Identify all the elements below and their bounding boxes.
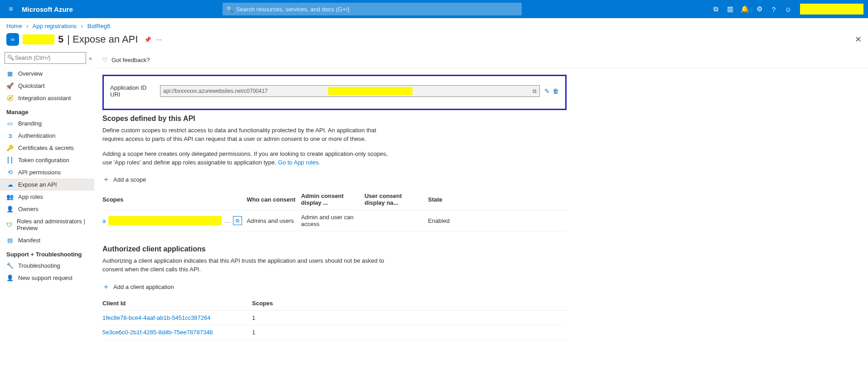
api-perm-icon: ⟲ xyxy=(6,169,14,176)
sidebar-item-new-support[interactable]: 👤New support request xyxy=(0,272,94,284)
add-scope-button[interactable]: ＋ Add a scope xyxy=(102,175,567,184)
resource-menu: 🔍 « ▦Overview 🚀Quickstart 🧭Integration a… xyxy=(0,52,94,358)
scopes-desc-2: Adding a scope here creates only delegat… xyxy=(102,150,397,167)
more-icon[interactable]: ⋯ xyxy=(156,36,162,43)
sidebar-item-api-permissions[interactable]: ⟲API permissions xyxy=(0,166,94,178)
breadcrumb-home[interactable]: Home xyxy=(6,23,22,29)
sidebar-item-owners[interactable]: 👤Owners xyxy=(0,203,94,215)
directory-filter-icon[interactable]: ▥ xyxy=(723,0,737,18)
main-content: ♡ Got feedback? Application ID URI api:/… xyxy=(94,52,868,358)
roles-icon: 👥 xyxy=(6,193,14,200)
sidebar-item-quickstart[interactable]: 🚀Quickstart xyxy=(0,80,94,92)
breadcrumb-current[interactable]: BotReg6 xyxy=(87,23,111,29)
sidebar-group-manage: Manage xyxy=(0,104,94,117)
branding-icon: ▭ xyxy=(6,120,14,127)
client-row[interactable]: 5e3ce6c0-2b1f-4285-8d4b-75ee78787346 1 xyxy=(102,325,567,340)
feedback-link[interactable]: Got feedback? xyxy=(112,57,150,63)
header-utilities: ⧉ ▥ 🔔 ⚙ ? ☺ xyxy=(708,0,868,18)
add-client-app-button[interactable]: ＋ Add a client application xyxy=(102,282,567,292)
owners-icon: 👤 xyxy=(6,206,14,212)
delete-icon[interactable]: 🗑 xyxy=(553,87,559,95)
app-id-uri-section: Application ID URI api://bxxxxxxx.azurew… xyxy=(102,75,567,110)
wand-icon: 🧭 xyxy=(6,95,14,101)
clients-heading: Authorized client applications xyxy=(102,245,567,253)
sidebar-item-overview[interactable]: ▦Overview xyxy=(0,67,94,80)
auth-icon: ➲ xyxy=(6,132,14,139)
help-icon[interactable]: ? xyxy=(766,0,781,18)
sidebar-item-certificates[interactable]: 🔑Certificates & secrets xyxy=(0,142,94,154)
sidebar-item-authentication[interactable]: ➲Authentication xyxy=(0,130,94,142)
manifest-icon: ▤ xyxy=(6,237,14,244)
sidebar-item-integration[interactable]: 🧭Integration assistant xyxy=(0,92,94,104)
app-icon: ∞ xyxy=(6,33,19,46)
app-id-uri-value: api://bxxxxxxx.azurewebsites.net/c070041… xyxy=(160,85,540,97)
sidebar-item-manifest[interactable]: ▤Manifest xyxy=(0,234,94,246)
client-row[interactable]: 1fec8e78-bce4-4aaf-ab1b-5451cc387264 1 xyxy=(102,311,567,325)
col-client-id: Client Id xyxy=(102,296,252,311)
go-to-app-roles-link[interactable]: Go to App roles. xyxy=(278,159,320,166)
col-user: User consent display na... xyxy=(364,189,428,210)
sidebar-item-troubleshooting[interactable]: 🔧Troubleshooting xyxy=(0,260,94,272)
col-scopes: Scopes xyxy=(102,189,247,210)
uri-redacted xyxy=(328,87,412,95)
plus-icon: ＋ xyxy=(102,175,110,184)
settings-icon[interactable]: ⚙ xyxy=(752,0,766,18)
global-search-input[interactable] xyxy=(236,6,518,13)
close-icon[interactable]: ✕ xyxy=(855,34,862,44)
menu-search-input[interactable] xyxy=(5,52,86,64)
command-bar: ♡ Got feedback? xyxy=(94,52,868,68)
sidebar-item-roles-admins[interactable]: 🛡Roles and administrators | Preview xyxy=(0,215,94,234)
client-id-link[interactable]: 1fec8e78-bce4-4aaf-ab1b-5451cc387264 xyxy=(102,314,211,321)
global-search[interactable]: 🔍 xyxy=(223,3,522,15)
chevron-right-icon: › xyxy=(81,23,83,29)
expose-icon: ☁ xyxy=(6,181,14,188)
plus-icon: ＋ xyxy=(102,282,110,292)
col-who: Who can consent xyxy=(247,189,301,210)
page-header: ∞ 5 | Expose an API 📌 ⋯ ✕ xyxy=(0,29,868,52)
scopes-heading: Scopes defined by this API xyxy=(102,115,567,123)
edit-icon[interactable]: ✎ xyxy=(544,87,550,95)
chevron-right-icon: › xyxy=(26,23,28,29)
global-header: ≡ Microsoft Azure 🔍 ⧉ ▥ 🔔 ⚙ ? ☺ xyxy=(0,0,868,18)
title-redacted xyxy=(23,34,54,44)
brand-label: Microsoft Azure xyxy=(22,5,87,13)
overview-icon: ▦ xyxy=(6,70,14,77)
support-icon: 👤 xyxy=(6,274,14,281)
client-id-link[interactable]: 5e3ce6c0-2b1f-4285-8d4b-75ee78787346 xyxy=(102,329,213,336)
collapse-menu-icon[interactable]: « xyxy=(89,55,92,62)
breadcrumb: Home › App registrations › BotReg6 xyxy=(0,18,868,29)
key-icon: 🔑 xyxy=(6,144,14,151)
scope-row[interactable]: a… ⧉ Admins and users Admin and user can… xyxy=(102,210,567,231)
sidebar-item-expose-api[interactable]: ☁Expose an API xyxy=(0,178,94,191)
admin-icon: 🛡 xyxy=(6,222,12,228)
search-icon: 🔍 xyxy=(7,54,14,61)
notifications-icon[interactable]: 🔔 xyxy=(737,0,752,18)
copy-icon[interactable]: ⧉ xyxy=(533,88,537,94)
scopes-table: Scopes Who can consent Admin consent dis… xyxy=(102,189,567,231)
copy-icon[interactable]: ⧉ xyxy=(233,216,242,225)
scope-link[interactable]: a xyxy=(102,217,106,224)
token-icon: ┇┇ xyxy=(6,157,14,164)
heart-icon[interactable]: ♡ xyxy=(102,57,108,63)
breadcrumb-appreg[interactable]: App registrations xyxy=(33,23,77,29)
sidebar-item-token-config[interactable]: ┇┇Token configuration xyxy=(0,154,94,166)
search-icon: 🔍 xyxy=(226,6,233,13)
col-admin: Admin consent display ... xyxy=(301,189,364,210)
sidebar-item-app-roles[interactable]: 👥App roles xyxy=(0,191,94,203)
pin-icon[interactable]: 📌 xyxy=(144,36,151,43)
sidebar-item-branding[interactable]: ▭Branding xyxy=(0,117,94,130)
clients-desc: Authorizing a client application indicat… xyxy=(102,257,397,274)
scopes-desc-1: Define custom scopes to restrict access … xyxy=(102,126,397,144)
app-id-uri-label: Application ID URI xyxy=(110,84,155,98)
scope-redacted xyxy=(108,216,222,225)
rocket-icon: 🚀 xyxy=(6,82,14,89)
feedback-smiley-icon[interactable]: ☺ xyxy=(781,0,795,18)
account-redacted[interactable] xyxy=(800,4,863,14)
page-title: 5 | Expose an API xyxy=(23,34,138,45)
cloud-shell-icon[interactable]: ⧉ xyxy=(708,0,723,18)
wrench-icon: 🔧 xyxy=(6,262,14,269)
nav-toggle-icon[interactable]: ≡ xyxy=(0,5,22,13)
col-client-scopes: Scopes xyxy=(252,296,567,311)
sidebar-group-support: Support + Troubleshooting xyxy=(0,246,94,260)
clients-table: Client Id Scopes 1fec8e78-bce4-4aaf-ab1b… xyxy=(102,296,567,340)
